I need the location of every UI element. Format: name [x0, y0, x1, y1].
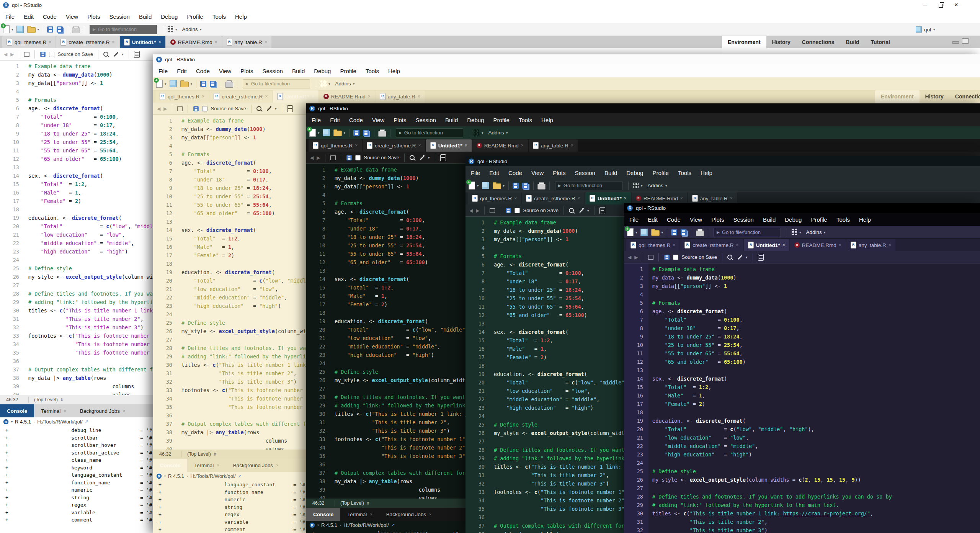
- scope-updown-icon[interactable]: ⇕: [213, 452, 217, 457]
- menu-item-tools[interactable]: Tools: [514, 117, 537, 123]
- save-icon[interactable]: [353, 130, 359, 136]
- code-tools-icon[interactable]: [419, 155, 425, 160]
- scope-selector[interactable]: (Top Level): [340, 500, 364, 506]
- code-tools-caret-icon[interactable]: ▾: [746, 255, 748, 259]
- new-file-icon[interactable]: [156, 80, 163, 88]
- console-tab-background-jobs[interactable]: Background Jobs×: [226, 459, 286, 472]
- pane-tab-environment[interactable]: Environment: [722, 36, 766, 48]
- save-icon[interactable]: [513, 183, 519, 189]
- open-file-caret-icon[interactable]: ▾: [503, 184, 505, 188]
- console-tab-background-jobs[interactable]: Background Jobs×: [73, 404, 132, 417]
- tab-close-icon[interactable]: ×: [889, 242, 891, 248]
- source-on-save-checkbox[interactable]: [49, 52, 54, 57]
- menu-item-edit[interactable]: Edit: [643, 216, 662, 223]
- menu-item-plots[interactable]: Plots: [707, 216, 728, 223]
- find-replace-icon[interactable]: [256, 106, 261, 111]
- addins-label[interactable]: Addins: [182, 26, 198, 32]
- code-tools-icon[interactable]: [113, 51, 119, 57]
- save-icon[interactable]: [347, 155, 352, 160]
- tab-close-icon[interactable]: ×: [839, 242, 841, 248]
- addins-label[interactable]: Addins: [648, 183, 663, 188]
- menu-item-build[interactable]: Build: [758, 216, 780, 223]
- find-replace-icon[interactable]: [103, 52, 108, 57]
- panes-layout-icon[interactable]: [633, 183, 639, 188]
- menu-item-profile[interactable]: Profile: [648, 170, 673, 176]
- source-on-save-checkbox[interactable]: [355, 155, 361, 160]
- file-tab-readme-rmd[interactable]: RREADME.Rmd×: [472, 139, 528, 152]
- find-replace-icon[interactable]: [569, 208, 574, 213]
- addins-caret-icon[interactable]: ▾: [200, 28, 202, 31]
- r-version-caret-icon[interactable]: ▾: [317, 523, 319, 527]
- new-project-icon[interactable]: [16, 26, 24, 33]
- menu-item-file[interactable]: File: [466, 170, 485, 176]
- console-tab-console[interactable]: Console: [0, 404, 34, 417]
- compile-report-icon[interactable]: [440, 154, 446, 161]
- new-file-icon[interactable]: [3, 25, 10, 33]
- save-all-icon[interactable]: [210, 81, 216, 87]
- tab-close-icon[interactable]: ×: [49, 39, 51, 45]
- new-project-icon[interactable]: [170, 80, 177, 87]
- menu-item-edit[interactable]: Edit: [172, 68, 191, 74]
- minimize-icon[interactable]: ─: [923, 2, 927, 8]
- console-tab-terminal[interactable]: Terminal×: [187, 459, 226, 472]
- tab-close-icon[interactable]: ×: [673, 242, 675, 248]
- forward-icon[interactable]: ▶: [476, 208, 479, 213]
- open-file-icon[interactable]: [27, 27, 36, 33]
- menu-item-tools[interactable]: Tools: [832, 216, 854, 223]
- tab-close-icon[interactable]: ×: [276, 463, 278, 468]
- open-file-caret-icon[interactable]: ▾: [662, 231, 663, 234]
- panes-caret-icon[interactable]: ▾: [175, 28, 177, 31]
- file-tab-untitled1[interactable]: RUntitled1*×: [426, 139, 472, 152]
- tab-close-icon[interactable]: ×: [123, 409, 125, 413]
- file-tab-qol-themes-r[interactable]: Rqol_themes.R×: [309, 139, 362, 152]
- compile-report-icon[interactable]: [134, 51, 140, 58]
- scope-selector[interactable]: (Top Level): [187, 451, 211, 457]
- addins-caret-icon[interactable]: ▾: [665, 184, 667, 188]
- menu-item-plots[interactable]: Plots: [548, 170, 570, 176]
- file-tab-any-table-r[interactable]: Rany_table.R×: [222, 36, 271, 48]
- file-tab-create-rstheme-r[interactable]: Rcreate_rstheme.R×: [209, 90, 272, 103]
- show-in-new-window-icon[interactable]: [24, 52, 29, 57]
- console-tab-background-jobs[interactable]: Background Jobs×: [379, 508, 439, 521]
- file-tab-untitled1[interactable]: RUntitled1*×: [744, 239, 789, 251]
- menu-item-edit[interactable]: Edit: [325, 117, 345, 123]
- menu-item-code[interactable]: Code: [345, 117, 368, 123]
- open-file-caret-icon[interactable]: ▾: [344, 131, 346, 135]
- code-tools-icon[interactable]: [737, 254, 743, 260]
- panes-layout-icon[interactable]: [474, 130, 480, 136]
- pane-tab-history[interactable]: History: [920, 90, 949, 103]
- tab-close-icon[interactable]: ×: [571, 143, 573, 148]
- goto-file-function-box[interactable]: ▶Go to file/function: [90, 25, 157, 34]
- menu-item-help[interactable]: Help: [696, 170, 717, 176]
- new-file-icon[interactable]: [469, 181, 475, 190]
- file-tab-any-table-r[interactable]: Rany_table.R×: [846, 239, 895, 251]
- pane-tab-connections[interactable]: Connections: [949, 90, 980, 103]
- tab-close-icon[interactable]: ×: [514, 196, 517, 201]
- tab-close-icon[interactable]: ×: [624, 196, 627, 201]
- menu-item-tools[interactable]: Tools: [673, 170, 696, 176]
- menu-item-debug[interactable]: Debug: [156, 13, 182, 20]
- menu-item-debug[interactable]: Debug: [780, 216, 806, 223]
- menu-item-help[interactable]: Help: [854, 216, 875, 223]
- menu-item-help[interactable]: Help: [230, 13, 252, 20]
- show-in-new-window-icon[interactable]: [648, 255, 653, 260]
- show-in-new-window-icon[interactable]: [490, 208, 495, 213]
- file-tab-any-table-r[interactable]: Rany_table.R×: [376, 90, 425, 103]
- file-tab-create-rstheme-r[interactable]: Rcreate_rstheme.R×: [363, 139, 425, 152]
- new-file-caret-icon[interactable]: ▾: [11, 28, 13, 31]
- tab-close-icon[interactable]: ×: [202, 94, 204, 99]
- scope-updown-icon[interactable]: ⇕: [60, 397, 64, 402]
- goto-file-function-box[interactable]: ▶Go to file/function: [714, 228, 781, 237]
- pane-tab-tutorial[interactable]: Tutorial: [865, 36, 896, 48]
- tab-close-icon[interactable]: ×: [215, 39, 217, 45]
- menu-item-build[interactable]: Build: [441, 117, 462, 123]
- open-directory-icon[interactable]: ↗: [391, 522, 395, 528]
- menu-item-view[interactable]: View: [368, 117, 389, 123]
- panes-layout-icon[interactable]: [792, 229, 797, 235]
- menu-item-debug[interactable]: Debug: [622, 170, 648, 176]
- find-replace-icon[interactable]: [410, 155, 415, 160]
- save-all-icon[interactable]: [363, 130, 369, 136]
- menu-item-code[interactable]: Code: [191, 68, 214, 74]
- code-tools-caret-icon[interactable]: ▾: [122, 52, 124, 56]
- menu-item-session[interactable]: Session: [411, 117, 441, 123]
